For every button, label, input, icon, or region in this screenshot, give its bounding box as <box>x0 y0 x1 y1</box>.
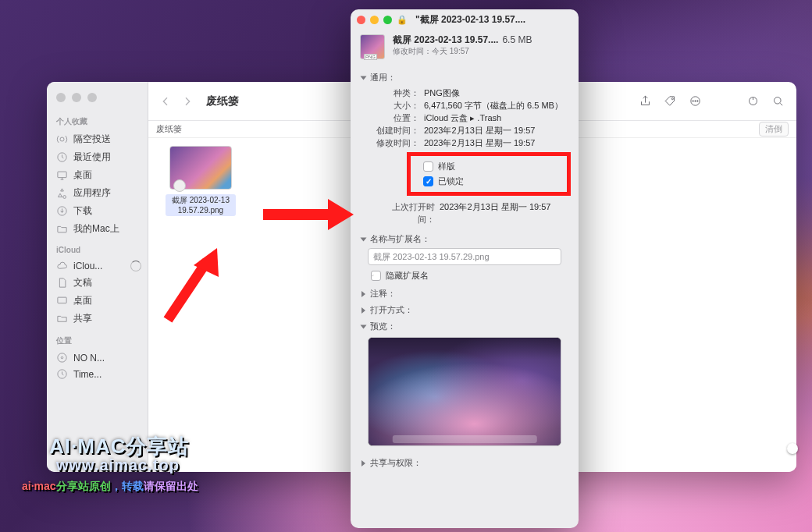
folder-icon <box>56 223 68 235</box>
size-label: 大小： <box>376 99 424 112</box>
getinfo-mod-value: 今天 19:57 <box>432 47 469 55</box>
svg-point-6 <box>61 356 63 359</box>
sidebar-item-applications[interactable]: 应用程序 <box>47 184 148 202</box>
download-icon <box>56 205 68 217</box>
lock-icon: 🔒 <box>397 15 408 25</box>
tags-button[interactable] <box>662 94 678 109</box>
svg-point-0 <box>60 137 64 141</box>
sidebar-label: iClou... <box>73 261 102 271</box>
sidebar-label: Time... <box>73 369 102 380</box>
sidebar-section-icloud: iCloud <box>47 243 148 257</box>
sidebar-item-shared[interactable]: 共享 <box>47 310 148 328</box>
section-preview[interactable]: 预览： <box>361 321 568 332</box>
svg-point-10 <box>694 101 695 101</box>
slider-track <box>720 448 787 450</box>
minimize-button[interactable] <box>72 93 81 102</box>
getinfo-body: 通用： 种类：PNG图像 大小：6,471,560 字节（磁盘上的 6.5 MB… <box>351 69 579 528</box>
getinfo-header: 截屏 2023-02-13 19.57....6.5 MB 修改时间：今天 19… <box>351 30 579 69</box>
sidebar-label: 我的Mac上 <box>73 222 119 236</box>
apps-icon <box>56 187 68 199</box>
sidebar-label: 文稿 <box>73 276 92 289</box>
file-item[interactable]: 截屏 2023-02-13 19.57.29.png <box>166 146 236 216</box>
created-label: 创建时间： <box>376 124 424 137</box>
getinfo-thumbnail <box>360 34 385 59</box>
getinfo-title: "截屏 2023-02-13 19.57.... <box>415 13 572 27</box>
back-button[interactable] <box>159 95 172 108</box>
svg-point-8 <box>671 98 673 100</box>
window-controls <box>47 90 148 113</box>
section-general[interactable]: 通用： <box>361 72 568 83</box>
svg-rect-4 <box>58 297 66 303</box>
finder-sidebar: 个人收藏 隔空投送 最近使用 桌面 应用程序 下载 我的Mac上 iCloud … <box>47 82 148 472</box>
kind-label: 种类： <box>376 87 424 99</box>
finder-title: 废纸篓 <box>206 94 239 108</box>
action-button[interactable] <box>687 94 703 109</box>
getinfo-filename: 截屏 2023-02-13 19.57.... <box>393 34 498 45</box>
share-button[interactable] <box>637 94 653 109</box>
view-button[interactable] <box>745 94 760 109</box>
locked-checkbox[interactable] <box>423 176 433 186</box>
modified-value: 2023年2月13日 星期一 19:57 <box>424 137 568 149</box>
close-button[interactable] <box>56 93 66 102</box>
kind-value: PNG图像 <box>424 87 568 99</box>
sidebar-item-desktop-icloud[interactable]: 桌面 <box>47 292 148 310</box>
cloud-icon <box>56 260 68 271</box>
getinfo-size: 6.5 MB <box>502 34 532 45</box>
clock-icon <box>56 151 68 163</box>
minimize-button[interactable] <box>370 16 379 24</box>
sidebar-label: 下载 <box>73 204 92 218</box>
sidebar-item-recent[interactable]: 最近使用 <box>47 148 148 166</box>
sidebar-section-favorites: 个人收藏 <box>47 113 148 130</box>
slider-knob[interactable] <box>787 443 798 454</box>
sidebar-item-timemachine[interactable]: Time... <box>47 366 148 382</box>
sidebar-item-desktop[interactable]: 桌面 <box>47 166 148 184</box>
desktop-icon <box>56 169 68 181</box>
timemachine-icon <box>56 368 68 380</box>
zoom-button[interactable] <box>87 93 97 102</box>
sidebar-item-documents[interactable]: 文稿 <box>47 274 148 292</box>
search-button[interactable] <box>770 94 785 109</box>
sidebar-label: 应用程序 <box>73 186 111 200</box>
desktop-icon <box>56 295 68 307</box>
zoom-button[interactable] <box>383 16 392 24</box>
svg-point-5 <box>58 353 66 362</box>
hide-ext-label: 隐藏扩展名 <box>386 270 429 282</box>
watermark-line2: www.aimac.top <box>56 456 180 474</box>
pathbar-location: 废纸篓 <box>156 123 182 135</box>
forward-button[interactable] <box>181 95 194 108</box>
where-value: iCloud 云盘 ▸ .Trash <box>424 112 568 124</box>
file-name: 截屏 2023-02-13 19.57.29.png <box>166 194 236 216</box>
sync-spinner-icon <box>130 261 141 271</box>
zoom-slider[interactable] <box>720 443 798 454</box>
locked-label: 已锁定 <box>438 176 464 187</box>
getinfo-mod-label: 修改时间： <box>393 47 432 55</box>
stationery-checkbox[interactable] <box>423 161 433 172</box>
filename-input[interactable] <box>368 248 561 265</box>
svg-rect-2 <box>58 172 66 178</box>
close-button[interactable] <box>357 16 365 24</box>
section-sharing[interactable]: 共享与权限： <box>361 457 568 469</box>
lastopen-value: 2023年2月13日 星期一 19:57 <box>440 200 568 225</box>
preview-image <box>368 337 561 446</box>
sidebar-label: NO N... <box>73 353 105 364</box>
sidebar-item-mymac[interactable]: 我的Mac上 <box>47 220 148 238</box>
where-label: 位置： <box>376 112 424 124</box>
airdrop-icon <box>56 133 68 145</box>
sidebar-label: 隔空投送 <box>73 133 111 146</box>
section-openwith[interactable]: 打开方式： <box>361 304 568 316</box>
stationery-label: 样版 <box>438 161 455 172</box>
sidebar-item-airdrop[interactable]: 隔空投送 <box>47 130 148 148</box>
file-thumbnail <box>169 146 232 190</box>
sidebar-item-iclouddrive[interactable]: iClou... <box>47 257 148 274</box>
sidebar-item-volume[interactable]: NO N... <box>47 349 148 366</box>
annotation-highlight: 样版 已锁定 <box>407 152 571 196</box>
modified-label: 修改时间： <box>376 137 424 149</box>
document-icon <box>56 277 68 289</box>
sidebar-item-downloads[interactable]: 下载 <box>47 202 148 220</box>
sidebar-label: 桌面 <box>73 168 92 182</box>
lastopen-label: 上次打开时间： <box>376 200 440 225</box>
section-name-ext[interactable]: 名称与扩展名： <box>361 233 568 245</box>
section-comments[interactable]: 注释： <box>361 288 568 300</box>
svg-point-12 <box>696 101 697 101</box>
empty-trash-button[interactable]: 清倒 <box>759 122 789 137</box>
